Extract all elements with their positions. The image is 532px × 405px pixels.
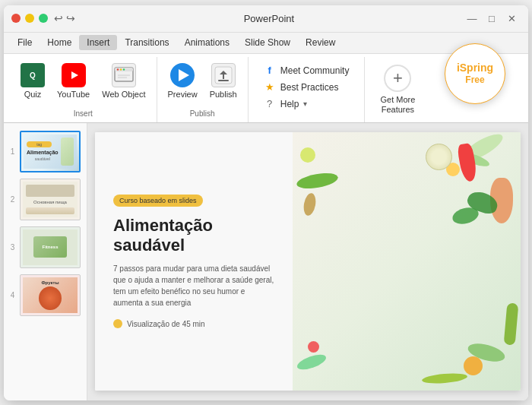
get-more-text: Get More Features bbox=[380, 95, 415, 114]
slide-thumb-1[interactable]: 1 tag Alimentação saudável bbox=[4, 128, 87, 176]
close-icon[interactable]: ✕ bbox=[502, 9, 521, 27]
svg-point-7 bbox=[120, 68, 122, 70]
title-bar: ↩ ↪ PowerPoint — □ ✕ bbox=[4, 5, 528, 33]
slide-duration: Visualização de 45 min bbox=[113, 319, 274, 328]
ribbon-group-publish: Preview Publish bbox=[157, 57, 249, 122]
publish-buttons: Preview Publish bbox=[163, 60, 242, 109]
help-icon: ? bbox=[264, 98, 276, 110]
maximize-button[interactable] bbox=[39, 14, 48, 23]
menu-home[interactable]: Home bbox=[40, 35, 79, 50]
slide-right-panel bbox=[293, 132, 521, 391]
youtube-svg bbox=[64, 68, 84, 83]
duration-label: Visualização de 45 min bbox=[127, 320, 205, 328]
slide-title: Alimentação saudável bbox=[113, 216, 274, 256]
maximize-icon[interactable]: □ bbox=[483, 9, 501, 27]
slide-preview-3: Fitness bbox=[20, 226, 81, 268]
publish-svg bbox=[214, 65, 233, 85]
veg-cucumber bbox=[504, 302, 519, 345]
meet-community-button[interactable]: f Meet Community bbox=[261, 63, 353, 78]
menu-file[interactable]: File bbox=[10, 35, 40, 50]
minimize-icon[interactable]: — bbox=[463, 9, 481, 27]
quiz-button[interactable]: Q Quiz bbox=[16, 60, 49, 102]
publish-label: Publish bbox=[210, 90, 237, 99]
get-more-features-button[interactable]: + Get More Features bbox=[371, 60, 424, 119]
veggie-background bbox=[293, 132, 521, 391]
svg-point-6 bbox=[117, 68, 119, 70]
menu-review[interactable]: Review bbox=[298, 35, 343, 50]
main-content: 1 tag Alimentação saudável bbox=[4, 123, 528, 400]
slide-preview-4: Фрукты bbox=[20, 274, 81, 316]
play-icon bbox=[179, 69, 189, 81]
thumb4-content: Фрукты bbox=[21, 275, 80, 315]
slide-num-1: 1 bbox=[10, 147, 15, 156]
slide-num-2: 2 bbox=[10, 195, 15, 204]
veg-shape-cherry bbox=[308, 341, 319, 353]
publish-button[interactable]: Publish bbox=[205, 60, 242, 102]
veg-shape-6 bbox=[300, 147, 315, 163]
slide-view: Curso baseado em slides Alimentação saud… bbox=[87, 123, 528, 400]
slide-thumb-3[interactable]: 3 Fitness bbox=[4, 223, 87, 271]
webobject-label: Web Object bbox=[102, 90, 145, 99]
webobject-icon bbox=[112, 63, 136, 87]
veg-shape-tomato bbox=[464, 356, 483, 375]
insert-buttons: Q Quiz YouTube bbox=[16, 60, 150, 109]
veg-shape-10 bbox=[422, 372, 468, 384]
get-more-icon: + bbox=[384, 65, 411, 92]
veg-peas-pod bbox=[296, 170, 339, 191]
publish-icon bbox=[211, 63, 236, 87]
meet-community-label: Meet Community bbox=[280, 65, 350, 76]
help-dropdown-arrow: ▾ bbox=[303, 100, 307, 108]
veg-shape-7 bbox=[296, 352, 328, 373]
menu-insert[interactable]: Insert bbox=[79, 35, 117, 50]
slide-thumb-2[interactable]: 2 Основная пища bbox=[4, 176, 87, 223]
help-label: Help bbox=[280, 99, 299, 109]
close-button[interactable] bbox=[11, 14, 21, 23]
ispring-badge[interactable]: iSpring Free bbox=[445, 43, 505, 104]
menu-transitions[interactable]: Transitions bbox=[117, 35, 176, 50]
minimize-button[interactable] bbox=[25, 14, 34, 23]
slide-preview-1: tag Alimentação saudável bbox=[20, 131, 81, 172]
menu-animations[interactable]: Animations bbox=[177, 35, 237, 50]
preview-label: Preview bbox=[168, 90, 198, 99]
youtube-label: YouTube bbox=[57, 90, 90, 99]
menu-bar: File Home Insert Transitions Animations … bbox=[4, 33, 528, 54]
undo-button[interactable]: ↩ ↪ bbox=[54, 12, 75, 24]
svg-rect-14 bbox=[218, 80, 229, 81]
insert-group-label: Insert bbox=[74, 109, 93, 119]
svg-text:Q: Q bbox=[30, 71, 36, 80]
preview-button[interactable]: Preview bbox=[163, 60, 202, 102]
webobject-button[interactable]: Web Object bbox=[97, 60, 150, 102]
thumb2-content: Основная пища bbox=[21, 179, 80, 220]
slide-panel: 1 tag Alimentação saudável bbox=[4, 123, 87, 400]
help-button[interactable]: ? Help ▾ bbox=[261, 97, 353, 112]
quiz-icon: Q bbox=[21, 63, 45, 87]
ribbon: iSpring Free Q Quiz bbox=[4, 54, 528, 123]
preview-icon bbox=[170, 63, 195, 87]
facebook-icon: f bbox=[264, 65, 276, 77]
publish-group-label: Publish bbox=[190, 109, 215, 119]
ribbon-group-about: f Meet Community ★ Best Practices ? Help… bbox=[249, 57, 366, 122]
slide-thumb-4[interactable]: 4 Фрукты bbox=[4, 271, 87, 319]
ribbon-group-insert: Q Quiz YouTube bbox=[10, 57, 157, 122]
quiz-svg: Q bbox=[24, 67, 41, 84]
slide-description: 7 passos para mudar para uma dieta saudá… bbox=[113, 263, 274, 308]
get-more-label: Get More Features bbox=[380, 95, 415, 115]
slide-num-3: 3 bbox=[10, 243, 15, 252]
veg-shape-8 bbox=[302, 192, 318, 217]
best-practices-label: Best Practices bbox=[280, 82, 339, 93]
ispring-sublabel: Free bbox=[465, 74, 484, 85]
ribbon-group-getmore: + Get More Features bbox=[365, 57, 430, 122]
slide-num-4: 4 bbox=[10, 291, 15, 299]
youtube-button[interactable]: YouTube bbox=[52, 60, 94, 102]
window-title: PowerPoint bbox=[75, 13, 463, 24]
youtube-icon bbox=[62, 63, 86, 87]
quiz-label: Quiz bbox=[24, 90, 42, 99]
slide-preview-2: Основная пища bbox=[20, 179, 81, 220]
window-action-buttons: — □ ✕ bbox=[463, 9, 521, 27]
best-practices-button[interactable]: ★ Best Practices bbox=[261, 80, 353, 95]
menu-slideshow[interactable]: Slide Show bbox=[237, 35, 298, 50]
webobject-svg bbox=[113, 65, 135, 86]
svg-point-8 bbox=[123, 68, 125, 70]
slide-main: Curso baseado em slides Alimentação saud… bbox=[95, 132, 521, 391]
duration-dot bbox=[113, 319, 122, 328]
